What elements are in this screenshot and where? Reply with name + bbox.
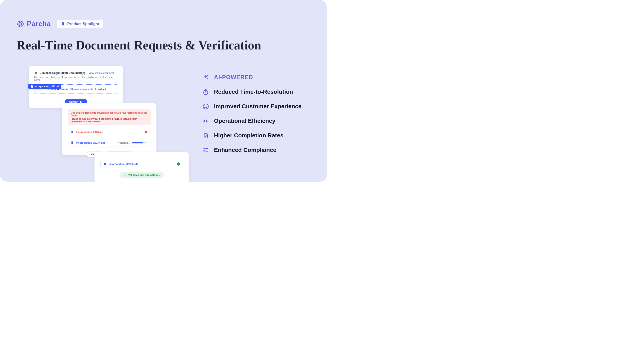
alert-line1: One or more documents provided do not in… [71,111,147,117]
check-icon [124,174,126,176]
sample-link[interactable]: View sample document [88,72,114,74]
feature-ops: Operational Efficiency [202,118,310,124]
svg-point-7 [18,25,20,26]
file-icon [71,130,74,134]
features-list: AI-POWERED Reduced Time-to-Resolution Im… [202,74,310,161]
svg-rect-10 [35,73,36,73]
lightbulb-icon [61,22,65,26]
drag-text-suffix: to upload [95,88,106,90]
file-icon [103,162,106,166]
svg-point-14 [204,105,206,106]
progress-bar [132,142,148,143]
feature-completion: Higher Completion Rates [202,132,310,139]
feature-cx: Improved Customer Experience [202,103,310,110]
svg-point-13 [203,104,208,109]
file-name-error: Incorporation_2023.pdf [76,131,103,133]
checklist-icon [202,147,209,153]
svg-point-15 [206,105,207,106]
feature-label: AI-POWERED [214,74,253,81]
smile-icon [202,103,209,110]
choose-link[interactable]: Choose documents [70,88,93,90]
fast-forward-icon [202,118,209,124]
chip-filename: Incorporation_2023.pdf [35,85,60,88]
check-badge-icon [177,162,180,166]
feature-label: Reduced Time-to-Resolution [214,88,293,95]
feature-compliance: Enhanced Compliance [202,147,310,154]
stopwatch-icon [202,89,209,95]
upload-heading: Business Registration Document(s) [40,71,85,75]
document-icon [34,71,37,75]
file-row-error: Incorporation_2023.pdf [68,128,150,136]
alert-line2: Please ensure all of your documents prov… [71,118,148,123]
file-row-validating: Incorporation_2023A.pdf Validating... [68,139,150,147]
page-title: Real-Time Document Requests & Verificati… [16,38,261,52]
dragging-file-chip[interactable]: Incorporation_2023.pdf [28,84,61,89]
feature-time: Reduced Time-to-Resolution [202,88,310,95]
success-status: Validated and Submitting... [120,172,164,178]
spotlight-badge: Product Spotlight [57,20,103,28]
file-icon [30,85,33,88]
upload-note: Please ensure that your all documents ar… [34,76,118,81]
feature-label: Enhanced Compliance [214,147,276,154]
brand-logo: Parcha [16,20,51,28]
validating-label: Validating... [118,142,130,144]
upload-card: Incorporation_2023.pdf Business Registra… [28,66,124,108]
svg-point-6 [21,22,23,23]
file-name-success: Incorporation_2023A.pdf [109,163,138,165]
file-row-success: Incorporation_2023A.pdf [100,160,183,168]
success-card: Incorporation_2023A.pdf Validated and Su… [94,152,189,182]
validation-card: One or more documents provided do not in… [62,103,156,155]
svg-point-8 [21,25,23,26]
spotlight-label: Product Spotlight [67,22,99,26]
brand-name: Parcha [27,20,51,28]
cards-stage: Incorporation_2023.pdf Business Registra… [14,65,191,181]
error-alert: One or more documents provided do not in… [68,109,150,125]
feature-label: Operational Efficiency [214,118,276,124]
file-name-validating: Incorporation_2023A.pdf [76,141,105,144]
file-icon [71,141,74,144]
svg-point-5 [18,22,20,23]
parcha-logo-icon [16,20,24,28]
success-label: Validated and Submitting... [128,174,160,176]
document-check-icon [202,132,209,139]
svg-rect-9 [35,73,36,73]
feature-label: Improved Customer Experience [214,103,302,110]
canvas: Parcha Product Spotlight Real-Time Docum… [0,0,327,182]
delete-icon[interactable] [144,130,148,134]
header: Parcha Product Spotlight [16,20,103,28]
sparkle-icon [202,74,209,81]
feature-ai: AI-POWERED [202,74,310,81]
upload-heading-row: Business Registration Document(s) View s… [34,71,118,75]
feature-label: Higher Completion Rates [214,132,284,139]
